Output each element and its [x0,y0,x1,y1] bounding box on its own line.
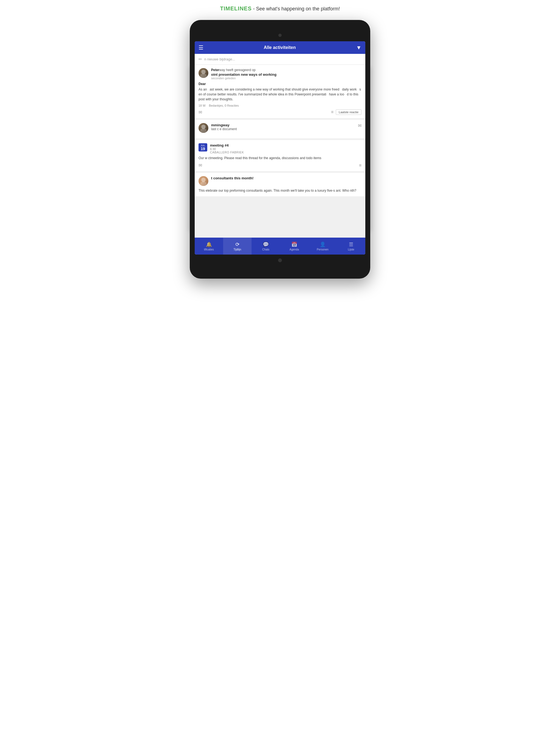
mail-icon-1[interactable]: ✉ [199,110,202,115]
post-actions-1: ✉ ≡ Laatste reactie [199,109,361,115]
tablet-camera [278,34,282,37]
nav-item-tijdlijn[interactable]: ⟳ Tijdlijn [223,238,252,255]
author-name-1: Peter [211,68,219,72]
post-title-2: mmingway [211,123,355,127]
feed-item-event: jul 19 meeting #4 6:30 CABALLERO FABRIEK… [195,140,365,171]
filter-icon[interactable]: ▼ [356,45,361,51]
event-header: jul 19 meeting #4 6:30 CABALLERO FABRIEK [199,143,361,154]
svg-point-2 [201,125,206,129]
nav-icon-notifications: 🔔 [206,241,212,248]
nav-label-agenda: Agenda [289,248,299,251]
nav-label-personen: Personen [317,248,329,251]
page-header: TIMELINES - See what's happening on the … [220,5,340,12]
nav-icon-agenda: 📅 [291,241,297,248]
nav-item-personen[interactable]: 👤 Personen [308,238,337,255]
top-header: ☰ Alle activiteiten ▼ [195,41,365,54]
svg-point-1 [200,74,207,78]
event-info: meeting #4 6:30 CABALLERO FABRIEK [210,143,244,154]
event-day: 19 [200,147,206,151]
post-body-1: As an ast week, we are considering a new… [199,87,361,102]
event-time: 6:30 [210,147,244,151]
app-title: Alle activiteiten [263,45,296,50]
svg-point-5 [200,182,207,186]
post-stats-1: 18 W Bedankjes, 0 Reacties [199,104,361,107]
post-preview-2: last c e document [211,127,355,131]
tablet-home-button[interactable] [278,258,282,262]
author-action-1: way heeft gereageerd op [219,68,256,72]
feed-item-consultant: t consultants this month! This elebrate … [195,173,365,196]
avatar-peter [199,68,208,78]
scene: ☰ ▼ ✏ n nieuwe bijdrage... Peter way hee… [190,20,370,279]
menu-icon[interactable]: ☰ [199,44,203,51]
nav-label-lijsten: Lijste [348,248,354,251]
feed-item-1-header: Peterway heeft gereageerd op oint presen… [199,68,361,80]
list-icon-1[interactable]: ≡ [331,110,334,114]
feed-item-1: Peterway heeft gereageerd op oint presen… [195,65,365,118]
brand-name: TIMELINES [220,5,252,11]
feed-item-2-header: mmingway last c e document ✉ [199,123,361,133]
event-list-icon[interactable]: ≡ [359,163,361,168]
tagline: - See what's happening on the platform! [252,6,340,11]
svg-point-0 [201,70,206,74]
tablet-frame: ☰ Alle activiteiten ▼ ✏ n nieuwe bijdrag… [190,20,370,279]
tablet-screen: ☰ Alle activiteiten ▼ ✏ n nieuwe bijdrag… [195,41,365,255]
new-post-bar[interactable]: ✏ n nieuwe bijdrage... [195,54,365,65]
author-line-1: Peterway heeft gereageerd op [211,68,361,72]
event-mail-icon[interactable]: ✉ [199,163,202,168]
consultant-title: t consultants this month! [211,176,253,180]
consultant-body: This elebrate our top preforming consult… [199,188,361,193]
date-badge: jul 19 [199,143,207,152]
nav-icon-tijdlijn: ⟳ [235,241,239,248]
feed: Peterway heeft gereageerd op oint presen… [195,65,365,238]
svg-point-3 [200,129,207,133]
app-container: ☰ Alle activiteiten ▼ ✏ n nieuwe bijdrag… [195,41,365,255]
post-time-1: seconden geleden [211,77,361,80]
last-reaction-btn[interactable]: Laatste reactie [336,109,361,115]
post-dear-1: Dear [199,82,361,86]
post-title-1: oint presentation new ways of working [211,73,361,77]
feed-item-2: mmingway last c e document ✉ [195,120,365,138]
event-body: Our w ctmeeting. Please read this thread… [199,156,361,160]
nav-item-lijsten[interactable]: ☰ Lijste [337,238,365,255]
mail-icon-2[interactable]: ✉ [358,123,361,128]
bottom-nav: 🔔 tificaties ⟳ Tijdlijn 💬 Chats 📅 [195,238,365,255]
event-location: CABALLERO FABRIEK [210,151,244,154]
nav-item-chats[interactable]: 💬 Chats [252,238,280,255]
feed-item-1-meta: Peterway heeft gereageerd op oint presen… [211,68,361,80]
svg-point-4 [201,178,206,182]
consultant-title-wrapper: t consultants this month! [211,176,253,180]
new-post-input[interactable]: n nieuwe bijdrage... [204,57,235,61]
nav-icon-lijsten: ☰ [349,241,353,248]
avatar-hemingway [199,123,208,133]
nav-item-notifications[interactable]: 🔔 tificaties [195,238,223,255]
nav-item-agenda[interactable]: 📅 Agenda [280,238,308,255]
nav-label-tijdlijn: Tijdlijn [233,248,241,251]
event-actions: ✉ ≡ [199,163,361,168]
avatar-consultant [199,176,208,186]
nav-icon-personen: 👤 [320,241,326,248]
nav-label-chats: Chats [262,248,269,251]
tablet-wrapper: ☰ Alle activiteiten ▼ ✏ n nieuwe bijdrag… [190,20,370,279]
consultant-header: t consultants this month! [199,176,361,186]
feed-item-2-meta: mmingway last c e document [211,123,355,131]
stats-text-1: 18 W Bedankjes, 0 Reacties [199,104,239,107]
nav-label-notifications: tificaties [204,248,214,251]
post-action-group: ≡ Laatste reactie [331,109,362,115]
edit-icon: ✏ [199,57,202,62]
nav-icon-chats: 💬 [263,241,269,248]
event-title: meeting #4 [210,143,244,147]
